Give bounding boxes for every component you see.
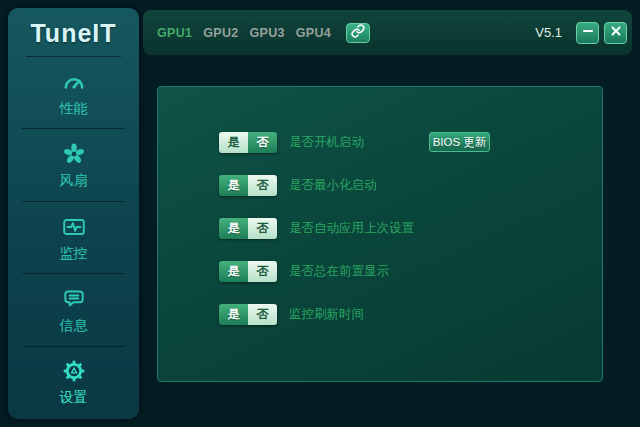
sidebar: TuneIT 性能 风扇 — [8, 8, 139, 419]
link-icon — [351, 24, 365, 42]
sidebar-item-label: 信息 — [60, 317, 88, 335]
toggle-yes-button[interactable]: 是 — [219, 175, 248, 196]
toggle-no-button[interactable]: 否 — [248, 261, 277, 282]
toggle-no-button[interactable]: 否 — [248, 304, 277, 325]
toggle-no-button[interactable]: 否 — [248, 175, 277, 196]
gpu-link-button[interactable] — [346, 23, 370, 43]
sidebar-item-label: 设置 — [60, 389, 88, 407]
monitor-icon — [61, 214, 87, 240]
setting-row-always-on-top: 是 否 是否总在前置显示 — [158, 261, 602, 282]
monitor-refresh-toggle[interactable]: 是 否 — [219, 304, 277, 325]
close-button[interactable] — [604, 22, 627, 44]
sidebar-item-performance[interactable]: 性能 — [8, 57, 139, 129]
setting-row-start-minimized: 是 否 是否最小化启动 — [158, 175, 602, 196]
sidebar-item-fan[interactable]: 风扇 — [8, 129, 139, 201]
start-minimized-toggle[interactable]: 是 否 — [219, 175, 277, 196]
setting-label: 是否开机启动 — [289, 134, 364, 151]
gauge-icon — [61, 69, 87, 95]
settings-panel: 是 否 是否开机启动 BIOS 更新 是 否 是否最小化启动 是 否 是否自动应… — [157, 86, 603, 382]
toggle-yes-button[interactable]: 是 — [219, 304, 248, 325]
title-bar: GPU1 GPU2 GPU3 GPU4 V5.1 — [143, 10, 632, 55]
bios-update-button[interactable]: BIOS 更新 — [429, 132, 490, 152]
minimize-icon — [581, 24, 595, 42]
apply-last-settings-toggle[interactable]: 是 否 — [219, 218, 277, 239]
gear-icon — [61, 358, 87, 384]
sidebar-item-monitor[interactable]: 监控 — [8, 202, 139, 274]
setting-label: 是否自动应用上次设置 — [289, 220, 414, 237]
autostart-toggle[interactable]: 是 否 — [219, 132, 277, 153]
setting-label: 监控刷新时间 — [289, 306, 364, 323]
setting-row-autostart: 是 否 是否开机启动 BIOS 更新 — [158, 132, 602, 153]
setting-label: 是否最小化启动 — [289, 177, 377, 194]
tab-gpu1[interactable]: GPU1 — [157, 26, 192, 40]
message-icon — [61, 286, 87, 312]
sidebar-item-label: 风扇 — [60, 172, 88, 190]
app-logo: TuneIT — [8, 8, 139, 50]
toggle-yes-button[interactable]: 是 — [219, 218, 248, 239]
always-on-top-toggle[interactable]: 是 否 — [219, 261, 277, 282]
sidebar-item-info[interactable]: 信息 — [8, 274, 139, 346]
version-label: V5.1 — [535, 25, 562, 40]
tab-gpu2[interactable]: GPU2 — [203, 26, 238, 40]
setting-label: 是否总在前置显示 — [289, 263, 389, 280]
minimize-button[interactable] — [576, 22, 599, 44]
fan-icon — [61, 141, 87, 167]
setting-row-apply-last-settings: 是 否 是否自动应用上次设置 — [158, 218, 602, 239]
tab-gpu3[interactable]: GPU3 — [250, 26, 285, 40]
sidebar-item-label: 监控 — [60, 245, 88, 263]
sidebar-item-settings[interactable]: 设置 — [8, 347, 139, 419]
setting-row-monitor-refresh: 是 否 监控刷新时间 — [158, 304, 602, 325]
tab-gpu4[interactable]: GPU4 — [296, 26, 331, 40]
toggle-no-button[interactable]: 否 — [248, 218, 277, 239]
close-icon — [609, 24, 623, 42]
toggle-no-button[interactable]: 否 — [248, 132, 277, 153]
sidebar-item-label: 性能 — [60, 100, 88, 118]
toggle-yes-button[interactable]: 是 — [219, 261, 248, 282]
toggle-yes-button[interactable]: 是 — [219, 132, 248, 153]
